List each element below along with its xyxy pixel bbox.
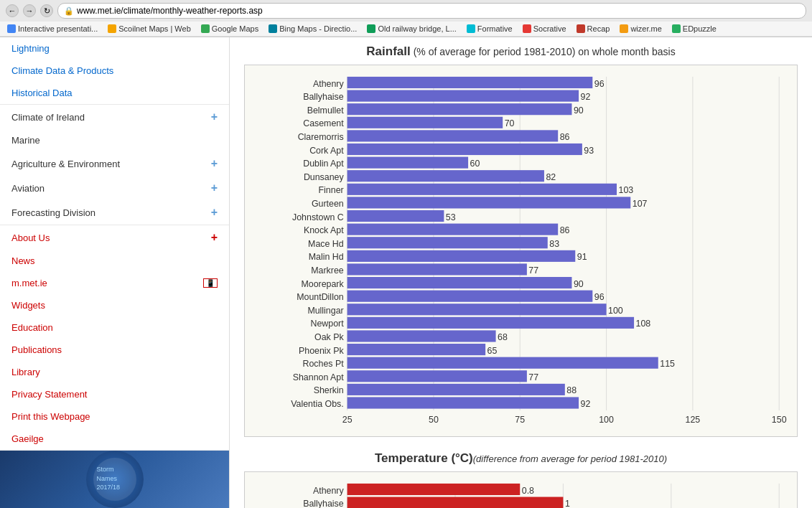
sidebar-item-marine[interactable]: Marine (0, 129, 229, 151)
svg-text:Malin Hd: Malin Hd (309, 252, 344, 262)
svg-text:1: 1 (565, 499, 570, 508)
sidebar-label: Print this Webpage (11, 411, 90, 422)
sidebar-label: Education (11, 322, 53, 333)
sidebar-item-agriculture[interactable]: Agriculture & Environment + (0, 151, 229, 176)
svg-rect-67 (347, 344, 485, 355)
svg-text:Knock Apt: Knock Apt (304, 225, 344, 235)
sidebar-label: Publications (11, 344, 62, 355)
expand-icon: + (211, 182, 218, 194)
svg-rect-16 (347, 117, 503, 128)
sidebar-item-forecasting[interactable]: Forecasting Division + (0, 200, 229, 225)
bookmark-socrative[interactable]: Socrative (518, 23, 571, 34)
expand-icon: + (211, 110, 218, 123)
sidebar-item-widgets[interactable]: Widgets (0, 294, 229, 316)
svg-rect-76 (347, 384, 565, 395)
url-text: www.met.ie/climate/monthly-weather-repor… (77, 6, 263, 16)
svg-rect-58 (347, 304, 607, 315)
back-button[interactable]: ← (6, 4, 19, 17)
bookmark-wizer[interactable]: wizer.me (615, 23, 666, 34)
svg-text:90: 90 (574, 279, 584, 289)
svg-rect-31 (347, 184, 617, 195)
bookmark-label: Google Maps (212, 24, 258, 33)
bookmark-formative[interactable]: Formative (462, 23, 517, 34)
sidebar-item-news[interactable]: News (0, 250, 229, 272)
svg-text:93: 93 (584, 146, 594, 156)
svg-text:Gurteen: Gurteen (312, 199, 344, 209)
sidebar-image: StormNames2017/18 (0, 451, 229, 508)
sidebar-label: Aviation (11, 183, 45, 194)
sidebar-item-historical[interactable]: Historical Data (0, 82, 229, 104)
main-content: Rainfall (% of average for period 1981-2… (230, 37, 812, 508)
svg-text:60: 60 (470, 159, 480, 169)
bookmark-googlemaps[interactable]: Google Maps (197, 23, 263, 34)
svg-text:Roches Pt: Roches Pt (303, 359, 345, 369)
svg-rect-28 (347, 170, 544, 182)
rainfall-section: Rainfall (% of average for period 1981-2… (244, 44, 798, 437)
svg-text:100: 100 (599, 415, 614, 425)
svg-rect-25 (347, 157, 468, 169)
sidebar-label: Widgets (11, 300, 45, 311)
svg-rect-46 (347, 250, 576, 262)
sidebar-item-mmet[interactable]: m.met.ie 📱 (0, 272, 229, 294)
svg-text:90: 90 (574, 105, 584, 116)
sidebar-item-privacy[interactable]: Privacy Statement (0, 383, 229, 405)
svg-text:125: 125 (686, 415, 701, 425)
bookmark-interactive[interactable]: Interactive presentati... (3, 23, 102, 34)
bookmark-railway[interactable]: Old railway bridge, L... (363, 23, 460, 34)
bookmark-scoilnet[interactable]: Scoilnet Maps | Web (103, 23, 195, 34)
bookmark-label: Bing Maps - Directio... (279, 24, 357, 33)
svg-text:Ballyhaise: Ballyhaise (303, 499, 344, 508)
sidebar-item-print[interactable]: Print this Webpage (0, 405, 229, 428)
svg-text:Oak Pk: Oak Pk (314, 332, 344, 342)
sidebar-item-climate-ireland[interactable]: Climate of Ireland + (0, 105, 229, 129)
main-layout: Lightning Climate Data & Products Histor… (0, 37, 812, 508)
rainfall-chart-wrapper: Athenry96Ballyhaise92Belmullet90Casement… (244, 65, 798, 437)
sidebar: Lightning Climate Data & Products Histor… (0, 37, 230, 508)
svg-text:Johnstown C: Johnstown C (292, 212, 344, 222)
bookmark-bing[interactable]: Bing Maps - Directio... (264, 23, 361, 34)
browser-chrome: ← → ↻ 🔒 www.met.ie/climate/monthly-weath… (0, 0, 812, 37)
sidebar-label: News (11, 255, 35, 266)
svg-rect-10 (347, 90, 579, 102)
svg-text:70: 70 (505, 118, 515, 128)
svg-rect-79 (347, 397, 579, 408)
bookmark-label: Interactive presentati... (18, 24, 98, 33)
svg-text:115: 115 (660, 359, 675, 369)
sidebar-item-about[interactable]: About Us + (0, 225, 229, 250)
svg-text:Phoenix Pk: Phoenix Pk (299, 346, 344, 356)
svg-text:Dunsaney: Dunsaney (304, 172, 345, 182)
svg-text:86: 86 (560, 132, 570, 142)
reload-button[interactable]: ↻ (40, 4, 53, 17)
sidebar-label: Library (11, 367, 40, 377)
svg-text:96: 96 (594, 292, 605, 302)
svg-text:88: 88 (566, 385, 577, 395)
sidebar-item-aviation[interactable]: Aviation + (0, 176, 229, 200)
temperature-chart-wrapper: Athenry0.8Ballyhaise1Belmullet0.7Casemen… (244, 471, 798, 508)
expand-icon: + (211, 231, 218, 244)
sidebar-item-education[interactable]: Education (0, 316, 229, 339)
sidebar-label: Privacy Statement (11, 389, 88, 400)
bookmark-edpuzzle[interactable]: EDpuzzle (668, 23, 721, 34)
forward-button[interactable]: → (23, 4, 36, 17)
sidebar-label: Agriculture & Environment (11, 159, 120, 169)
rainfall-chart-svg: Athenry96Ballyhaise92Belmullet90Casement… (245, 70, 797, 430)
svg-text:Newport: Newport (311, 319, 345, 329)
sidebar-item-gaeilge[interactable]: Gaeilge (0, 428, 229, 450)
sidebar-item-publications[interactable]: Publications (0, 339, 229, 361)
sidebar-item-lightning[interactable]: Lightning (0, 37, 229, 60)
svg-text:96: 96 (594, 79, 605, 89)
svg-text:86: 86 (560, 225, 570, 235)
temperature-chart-svg: Athenry0.8Ballyhaise1Belmullet0.7Casemen… (245, 476, 797, 508)
sidebar-item-library[interactable]: Library (0, 361, 229, 383)
svg-text:Mullingar: Mullingar (307, 306, 343, 316)
svg-rect-73 (347, 370, 527, 382)
svg-rect-34 (347, 197, 631, 208)
svg-text:Sherkin: Sherkin (314, 385, 344, 395)
sidebar-label: Forecasting Division (11, 207, 95, 218)
svg-text:Claremorris: Claremorris (298, 132, 344, 142)
address-bar[interactable]: 🔒 www.met.ie/climate/monthly-weather-rep… (57, 3, 806, 19)
sidebar-item-climate-data[interactable]: Climate Data & Products (0, 60, 229, 82)
temperature-title: Temperature (°C)(difference from average… (244, 451, 798, 466)
svg-text:Athenry: Athenry (313, 79, 345, 89)
bookmark-recap[interactable]: Recap (572, 23, 615, 34)
